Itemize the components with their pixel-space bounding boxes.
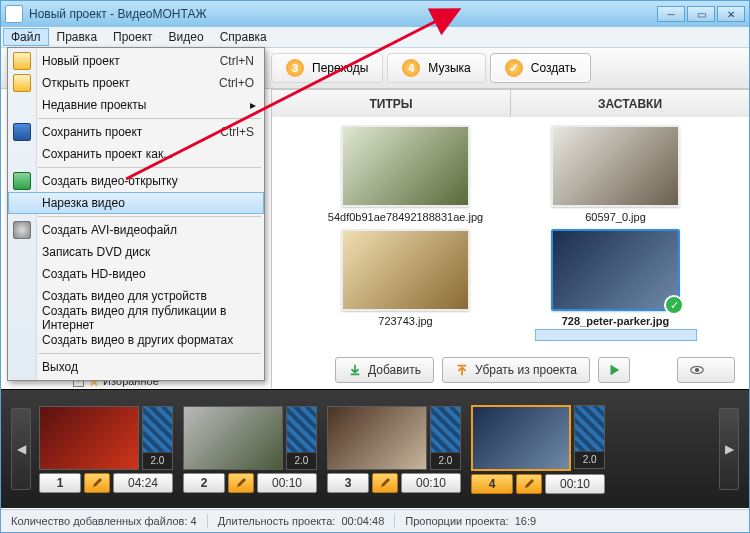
menu-правка[interactable]: Правка bbox=[49, 28, 106, 46]
wizard-step-Музыка[interactable]: 4Музыка bbox=[387, 53, 485, 83]
menu-item-label: Новый проект bbox=[42, 54, 120, 68]
timeline-clip[interactable]: 2.0104:24 bbox=[39, 406, 173, 493]
menu-item-label: Создать видео для устройств bbox=[42, 289, 207, 303]
thumbnail[interactable]: 728_peter-parker.jpg bbox=[531, 229, 701, 341]
preview-button[interactable] bbox=[677, 357, 735, 383]
clip-index: 4 bbox=[471, 474, 513, 494]
disc-icon bbox=[13, 221, 31, 239]
app-icon bbox=[5, 5, 23, 23]
menu-item[interactable]: Выход bbox=[8, 356, 264, 378]
transition-icon bbox=[575, 406, 604, 451]
menu-item-label: Записать DVD диск bbox=[42, 245, 150, 259]
menu-item-label: Сохранить проект как... bbox=[42, 147, 173, 161]
minimize-button[interactable]: ─ bbox=[657, 6, 685, 22]
thumbnail[interactable]: 60597_0.jpg bbox=[531, 125, 701, 223]
pencil-icon bbox=[91, 477, 103, 489]
clip-index: 3 bbox=[327, 473, 369, 493]
clip-duration: 00:10 bbox=[545, 474, 605, 494]
thumbnail[interactable]: 723743.jpg bbox=[321, 229, 491, 341]
timeline-clip[interactable]: 2.0400:10 bbox=[471, 405, 605, 494]
menu-item[interactable]: Сохранить проект как... bbox=[8, 143, 264, 165]
pencil-icon bbox=[523, 478, 535, 490]
transition-slot[interactable]: 2.0 bbox=[286, 406, 317, 470]
timeline-scroll-right[interactable]: ▶ bbox=[719, 408, 739, 490]
remove-button[interactable]: Убрать из проекта bbox=[442, 357, 590, 383]
menu-item-label: Создать видео-открытку bbox=[42, 174, 178, 188]
new-icon bbox=[13, 52, 31, 70]
action-button-row: Добавить Убрать из проекта bbox=[335, 356, 735, 384]
thumbnail-caption: 54df0b91ae78492188831ae.jpg bbox=[328, 211, 483, 223]
pencil-icon bbox=[379, 477, 391, 489]
svg-point-3 bbox=[695, 368, 699, 372]
timeline-scroll-left[interactable]: ◀ bbox=[11, 408, 31, 490]
status-bar: Количество добавленных файлов: 4 Длитель… bbox=[1, 509, 749, 532]
menu-item-label: Недавние проекты bbox=[42, 98, 147, 112]
transition-duration: 2.0 bbox=[431, 452, 460, 469]
menu-item-label: Создать AVI-видеофайл bbox=[42, 223, 177, 237]
clip-edit-button[interactable] bbox=[372, 473, 398, 493]
transition-duration: 2.0 bbox=[143, 452, 172, 469]
tab-заставки[interactable]: ЗАСТАВКИ bbox=[510, 89, 750, 117]
close-button[interactable]: ✕ bbox=[717, 6, 745, 22]
wizard-step-Переходы[interactable]: 3Переходы bbox=[271, 53, 383, 83]
menu-item-label: Создать видео в других форматах bbox=[42, 333, 233, 347]
open-icon bbox=[13, 74, 31, 92]
menu-item[interactable]: Сохранить проектCtrl+S bbox=[8, 121, 264, 143]
thumbnail-caption: 728_peter-parker.jpg bbox=[562, 315, 670, 327]
menu-shortcut: Ctrl+N bbox=[220, 54, 254, 68]
maximize-button[interactable]: ▭ bbox=[687, 6, 715, 22]
step-number: 4 bbox=[402, 59, 420, 77]
menu-item-label: Создать HD-видео bbox=[42, 267, 146, 281]
play-button[interactable] bbox=[598, 357, 630, 383]
pencil-icon bbox=[235, 477, 247, 489]
menubar: ФайлПравкаПроектВидеоСправка bbox=[1, 27, 749, 48]
clip-duration: 00:10 bbox=[257, 473, 317, 493]
menu-проект[interactable]: Проект bbox=[105, 28, 161, 46]
step-label: Создать bbox=[531, 61, 577, 75]
tab-титры[interactable]: ТИТРЫ bbox=[271, 89, 511, 117]
menu-видео[interactable]: Видео bbox=[161, 28, 212, 46]
eye-icon bbox=[690, 363, 704, 377]
step-number: 3 bbox=[286, 59, 304, 77]
transition-slot[interactable]: 2.0 bbox=[574, 405, 605, 469]
transition-slot[interactable]: 2.0 bbox=[142, 406, 173, 470]
clip-index: 2 bbox=[183, 473, 225, 493]
menu-shortcut: Ctrl+O bbox=[219, 76, 254, 90]
menu-item[interactable]: Недавние проекты▸ bbox=[8, 94, 264, 116]
menu-item-label: Выход bbox=[42, 360, 78, 374]
clip-duration: 04:24 bbox=[113, 473, 173, 493]
status-duration-label: Длительность проекта: bbox=[218, 515, 336, 527]
thumbnail-image bbox=[341, 125, 470, 207]
menu-item[interactable]: Создать видео для публикации в Интернет bbox=[8, 307, 264, 329]
titlebar: Новый проект - ВидеоМОНТАЖ ─ ▭ ✕ bbox=[1, 1, 749, 27]
transition-icon bbox=[143, 407, 172, 452]
menu-справка[interactable]: Справка bbox=[212, 28, 275, 46]
clip-edit-button[interactable] bbox=[84, 473, 110, 493]
tabs: ТИТРЫЗАСТАВКИ bbox=[271, 89, 749, 118]
clip-thumbnail bbox=[183, 406, 283, 470]
timeline-clip[interactable]: 2.0200:10 bbox=[183, 406, 317, 493]
menu-item[interactable]: Нарезка видео bbox=[8, 192, 264, 214]
menu-item[interactable]: Создать HD-видео bbox=[8, 263, 264, 285]
menu-item[interactable]: Создать AVI-видеофайл bbox=[8, 219, 264, 241]
file-menu-dropdown: Новый проектCtrl+NОткрыть проектCtrl+OНе… bbox=[7, 47, 265, 381]
menu-shortcut: Ctrl+S bbox=[220, 125, 254, 139]
menu-item[interactable]: Создать видео-открытку bbox=[8, 170, 264, 192]
menu-файл[interactable]: Файл bbox=[3, 28, 49, 46]
menu-item[interactable]: Новый проектCtrl+N bbox=[8, 50, 264, 72]
thumbnail-image bbox=[551, 125, 680, 207]
thumbnail-caption: 723743.jpg bbox=[378, 315, 432, 327]
clip-edit-button[interactable] bbox=[516, 474, 542, 494]
add-button[interactable]: Добавить bbox=[335, 357, 434, 383]
clip-thumbnail bbox=[471, 405, 571, 471]
clip-edit-button[interactable] bbox=[228, 473, 254, 493]
transition-slot[interactable]: 2.0 bbox=[430, 406, 461, 470]
step-label: Музыка bbox=[428, 61, 470, 75]
wizard-step-Создать[interactable]: ✓Создать bbox=[490, 53, 592, 83]
clip-index: 1 bbox=[39, 473, 81, 493]
thumbnail[interactable]: 54df0b91ae78492188831ae.jpg bbox=[321, 125, 491, 223]
menu-item[interactable]: Записать DVD диск bbox=[8, 241, 264, 263]
menu-item[interactable]: Создать видео в других форматах bbox=[8, 329, 264, 351]
menu-item[interactable]: Открыть проектCtrl+O bbox=[8, 72, 264, 94]
timeline-clip[interactable]: 2.0300:10 bbox=[327, 406, 461, 493]
